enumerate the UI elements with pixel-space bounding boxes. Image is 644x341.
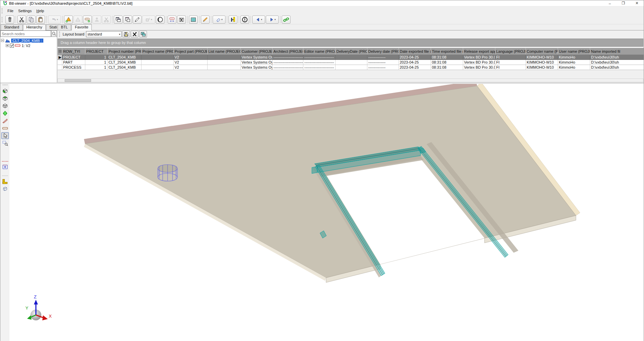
grid-cell[interactable]: V2 (173, 65, 207, 70)
menu-help[interactable]: Help (34, 8, 46, 14)
copy-window-button[interactable] (114, 16, 123, 24)
link-button[interactable] (282, 16, 291, 24)
copy-window-alt-button[interactable] (123, 16, 132, 24)
column-header[interactable]: Language (PROJEC (495, 48, 525, 55)
viewport-3d[interactable]: Z X Y (9, 84, 644, 341)
expand-expander[interactable] (6, 44, 9, 47)
column-header[interactable]: Customer (PROJECT (240, 48, 272, 55)
grid-cell[interactable] (141, 60, 173, 65)
tree-child-label[interactable]: 1: V2 (22, 44, 30, 48)
redline-pen-button[interactable] (1, 117, 9, 124)
grid-cell[interactable]: KIMMOHO-W10 (525, 55, 558, 60)
draw-pencil-button[interactable] (133, 16, 142, 24)
grid-cell[interactable] (335, 65, 367, 70)
tree-root-row[interactable]: CLT_2504_KMB : (1, 38, 56, 43)
column-header[interactable]: Name imported fil (590, 48, 644, 55)
grid-cell[interactable]: Vertex Systems Oy (240, 65, 272, 70)
grid-cell[interactable]: 2023-04-25 (399, 55, 431, 60)
cut-button[interactable] (17, 16, 26, 24)
column-header[interactable]: List name (PROJECT (207, 48, 240, 55)
grid-cell[interactable]: -------------- (367, 65, 399, 70)
grid-cell[interactable]: ------------------------ (303, 65, 335, 70)
column-header[interactable]: Architect (PROJECT (272, 48, 303, 55)
grid-cell[interactable]: PROJECT (62, 55, 85, 60)
grid-cell[interactable]: KimmoHo (558, 60, 590, 65)
grid-cell[interactable]: D:\vxbd\eu\30\sh (590, 60, 644, 65)
grid-cell[interactable]: V2 (173, 55, 207, 60)
table-row[interactable]: PROCESS 1 CLT_2504_KMB V2 Vertex Systems… (58, 65, 644, 70)
grid-cell[interactable]: FI (495, 60, 525, 65)
grid-cell[interactable]: D:\vxbd\eu\30\sh (590, 65, 644, 70)
grid-cell[interactable]: 08:31:08 (431, 60, 463, 65)
view-solid-button[interactable] (1, 88, 9, 94)
tab-standard[interactable]: Standard (1, 24, 23, 30)
add-board-button[interactable] (83, 16, 92, 24)
layout-tools-button[interactable] (131, 31, 138, 38)
grid-cell[interactable]: KimmoHo (558, 55, 590, 60)
nav-forward-button[interactable]: ▾ (266, 16, 279, 24)
grid-cell[interactable]: CLT_2504_KMB (107, 55, 141, 60)
grid-cell[interactable]: Vertex BD Pro 30.0. (463, 55, 495, 60)
grid-cell[interactable]: ------------------------ (272, 65, 303, 70)
tab-favorite[interactable]: Favorite (71, 24, 92, 30)
grid-cell[interactable]: Vertex Systems Oy (240, 55, 272, 60)
zoom-window-button[interactable] (1, 140, 9, 146)
table-grid-button[interactable] (189, 16, 198, 24)
column-header[interactable]: PROJECT (85, 48, 107, 55)
sphere-button[interactable] (156, 16, 165, 24)
grid-cell[interactable]: 1 (85, 65, 107, 70)
grid-cell[interactable]: CLT_2504_KMB (107, 65, 141, 70)
measure-ruler-button[interactable] (1, 178, 9, 185)
grid-cell[interactable]: ------------------------ (272, 60, 303, 65)
tree-child-row[interactable]: 1: V2 (1, 43, 56, 48)
grid-cell[interactable]: 1 (85, 60, 107, 65)
grid-cell[interactable]: KIMMOHO-W10 (525, 60, 558, 65)
grid-cell[interactable] (335, 55, 367, 60)
person-button[interactable] (92, 16, 101, 24)
insert-box-button[interactable]: ▾ (142, 16, 155, 24)
minimize-button[interactable]: – (603, 0, 617, 6)
column-header[interactable]: Project part (PROJE (173, 48, 207, 55)
trim-button[interactable] (102, 16, 111, 24)
grid-cell[interactable]: 08:31:08 (431, 65, 463, 70)
grid-cell[interactable]: D:\vxbd\eu\30\sh (590, 55, 644, 60)
copy-button[interactable] (27, 16, 36, 24)
column-header[interactable]: Date exported file ( (399, 48, 431, 55)
column-header[interactable]: Release export app (463, 48, 495, 55)
grid-cell[interactable]: Vertex BD Pro 30.0. (463, 65, 495, 70)
grid-cell[interactable] (207, 55, 240, 60)
layout-tables-button[interactable] (139, 31, 147, 38)
column-header[interactable]: Time exported file (l (431, 48, 463, 55)
column-header[interactable]: DeliveryDate (PROJ (335, 48, 367, 55)
grid-cell[interactable] (335, 60, 367, 65)
scrollbar-thumb[interactable] (65, 79, 91, 82)
grid-cell[interactable]: Vertex BD Pro 30.0. (463, 60, 495, 65)
collapse-expander[interactable] (1, 39, 4, 42)
view-box-button[interactable] (1, 185, 9, 192)
column-header[interactable]: Project name (PROJ (141, 48, 173, 55)
column-header[interactable]: Project number (PR (107, 48, 141, 55)
view-shaded-button[interactable] (1, 110, 9, 117)
grid-cell[interactable]: KIMMOHO-W10 (525, 65, 558, 70)
grid-cell[interactable]: FI (495, 55, 525, 60)
grid-cell[interactable] (207, 60, 240, 65)
grid-cell[interactable] (141, 65, 173, 70)
grid-cell[interactable]: CLT_2504_KMB (107, 60, 141, 65)
menu-settings[interactable]: Settings (16, 8, 34, 14)
chart-save-button[interactable] (229, 16, 237, 24)
menu-file[interactable]: File (5, 8, 16, 14)
triangle-button[interactable] (73, 16, 82, 24)
layout-board-select[interactable]: standard ▾ (86, 31, 122, 37)
close-button[interactable]: ✕ (630, 0, 644, 6)
group-by-bar[interactable]: Drag a column header here to group by th… (58, 39, 643, 47)
grid-cell[interactable]: 2023-04-25 (399, 60, 431, 65)
grid-horizontal-scrollbar[interactable] (58, 78, 643, 82)
model-scene[interactable]: Z X Y (9, 84, 644, 341)
search-input[interactable] (0, 30, 51, 37)
column-header[interactable]: Editor name (PROJE (303, 48, 335, 55)
grid-cell[interactable]: Vertex Systems Oy (240, 60, 272, 65)
column-header[interactable]: User name (PROJEC (558, 48, 590, 55)
dimension-button[interactable] (168, 16, 176, 24)
view-wireframe-button[interactable] (1, 103, 9, 109)
board-button[interactable] (1, 125, 9, 132)
